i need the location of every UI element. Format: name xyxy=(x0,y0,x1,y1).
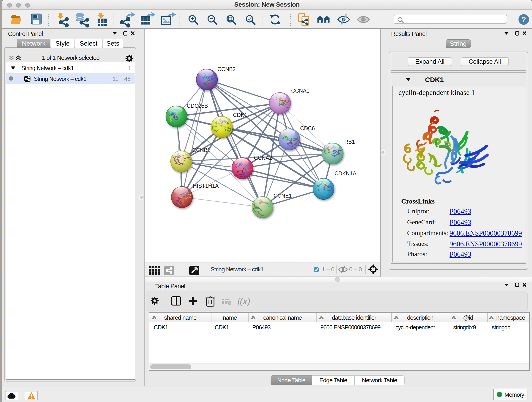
svg-text:description: description xyxy=(407,314,433,321)
svg-text:HIST1H1A: HIST1H1A xyxy=(193,183,219,189)
svg-text:CDC25B: CDC25B xyxy=(187,103,208,109)
svg-text:name: name xyxy=(223,314,237,321)
svg-text:CCNB2: CCNB2 xyxy=(217,66,236,72)
svg-text:CDK1: CDK1 xyxy=(233,112,247,118)
svg-text:CCNA1: CCNA1 xyxy=(291,88,310,94)
svg-text:CDKN1A: CDKN1A xyxy=(335,171,356,177)
svg-text:shared name: shared name xyxy=(164,314,196,321)
svg-text:1 – 0: 1 – 0 xyxy=(322,266,334,273)
svg-text:CCNA2: CCNA2 xyxy=(254,155,272,161)
svg-text:canonical name: canonical name xyxy=(263,314,302,321)
svg-text:@id: @id xyxy=(463,314,473,321)
svg-text:0 – 0: 0 – 0 xyxy=(349,266,362,273)
svg-text:CDC6: CDC6 xyxy=(300,125,315,131)
svg-text:CCNB1: CCNB1 xyxy=(192,147,210,153)
svg-text:String Network – cdk1: String Network – cdk1 xyxy=(210,266,264,273)
svg-text:f(x): f(x) xyxy=(237,296,250,306)
svg-text:database identifier: database identifier xyxy=(332,314,376,321)
svg-text:namespace: namespace xyxy=(496,314,525,321)
svg-text:CCNE1: CCNE1 xyxy=(273,193,292,199)
svg-text:RB1: RB1 xyxy=(344,139,355,145)
